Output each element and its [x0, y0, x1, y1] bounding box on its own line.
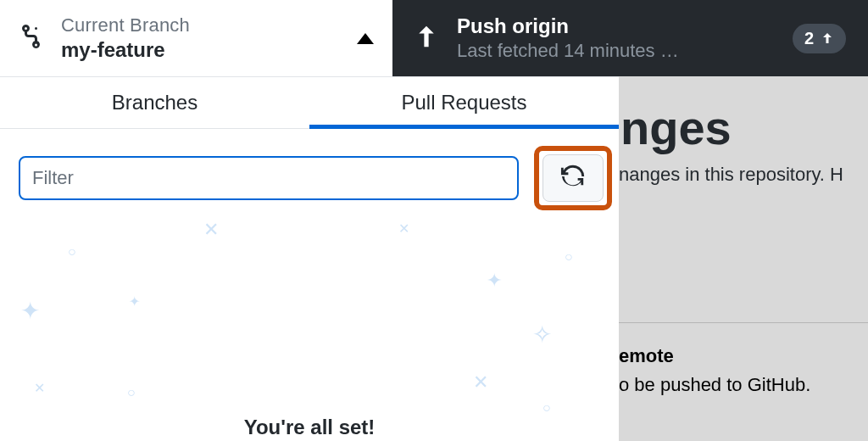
background-content: nges nanges in this repository. H emote … — [619, 76, 868, 441]
tab-pull-requests-label: Pull Requests — [401, 91, 526, 114]
empty-state: ✕ ✕ ✦ ✦ ○ ✦ ○ ✧ ✕ ○ ✕ ○ You're all set! — [0, 210, 619, 439]
current-branch-selector[interactable]: Current Branch my-feature — [0, 0, 392, 76]
refresh-button[interactable] — [542, 154, 604, 202]
bg-remote-line: o be pushed to GitHub. — [619, 374, 868, 396]
bg-remote-heading: emote — [619, 345, 868, 367]
sparkle-icon: ✦ — [20, 297, 40, 325]
sparkle-icon: ✕ — [398, 220, 409, 237]
sparkle-icon: ✦ — [487, 270, 502, 292]
tab-branches[interactable]: Branches — [0, 76, 309, 128]
push-count: 2 — [804, 29, 814, 48]
sparkle-icon: ✕ — [473, 371, 488, 394]
sparkle-icon: ✧ — [532, 321, 552, 349]
sync-icon — [560, 164, 586, 193]
bg-heading: nges — [620, 100, 868, 155]
push-title: Push origin — [457, 14, 679, 38]
push-origin-button[interactable]: Push origin Last fetched 14 minutes … 2 — [392, 0, 868, 76]
dot-icon: ○ — [542, 400, 551, 416]
current-branch-label: Current Branch — [61, 14, 190, 36]
refresh-highlight — [534, 146, 612, 210]
bg-line1: nanges in this repository. H — [619, 164, 868, 186]
empty-title: You're all set! — [244, 416, 376, 439]
caret-up-icon — [357, 33, 374, 44]
tab-branches-label: Branches — [112, 91, 198, 114]
push-count-badge: 2 — [793, 24, 846, 53]
filter-input[interactable] — [19, 156, 519, 200]
push-arrow-icon — [415, 25, 438, 52]
panel-tabs: Branches Pull Requests — [0, 76, 619, 129]
push-subtitle: Last fetched 14 minutes … — [457, 40, 679, 62]
dot-icon: ○ — [127, 385, 136, 400]
dot-icon: ○ — [565, 249, 573, 265]
tab-pull-requests[interactable]: Pull Requests — [309, 76, 619, 128]
current-branch-name: my-feature — [61, 38, 190, 62]
arrow-up-icon — [821, 31, 834, 45]
dot-icon: ○ — [68, 244, 76, 260]
sparkle-icon: ✕ — [203, 219, 219, 241]
git-branch-icon — [19, 20, 46, 56]
sparkle-icon: ✦ — [129, 293, 140, 310]
dot-icon: ✕ — [34, 380, 45, 396]
